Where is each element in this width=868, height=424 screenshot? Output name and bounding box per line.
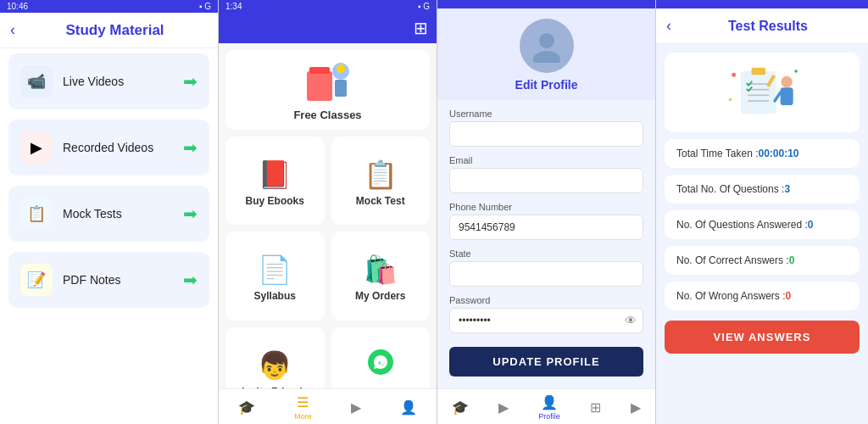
username-input[interactable] — [449, 121, 643, 147]
menu-item-pdf-notes[interactable]: 📝 PDF Notes ➡ — [8, 252, 209, 308]
back-button-1[interactable]: ‹ — [10, 21, 15, 39]
email-group: Email — [449, 155, 643, 193]
profile-form: Username Email Phone Number State Passwo… — [437, 100, 655, 388]
menu-item-mock-tests[interactable]: 📋 Mock Tests ➡ — [8, 186, 209, 242]
svg-point-4 — [337, 64, 345, 73]
results-illustration — [665, 53, 860, 132]
time-value: 00:00:10 — [759, 148, 799, 159]
invite-icon: 👦 — [258, 349, 292, 382]
view-answers-button[interactable]: VIEW ANSWERS — [665, 321, 860, 354]
grid-item-buy-ebooks[interactable]: 📕 Buy Ebooks — [225, 137, 325, 225]
more-icon: ☰ — [297, 394, 309, 410]
result-answered-card: No. Of Questions Answered : 0 — [665, 210, 860, 239]
bottombar-home[interactable]: 🎓 — [238, 399, 255, 416]
home-icon: 🎓 — [238, 399, 255, 416]
status-bar-1: 10:46 ▪ G — [0, 0, 218, 13]
svg-rect-1 — [309, 67, 330, 74]
svg-rect-3 — [335, 80, 347, 97]
result-correct-card: No. Of Correct Answers : 0 — [665, 246, 860, 275]
syllabus-label: Syllabus — [254, 290, 296, 302]
phone-group: Phone Number — [449, 202, 643, 240]
p3-home[interactable]: 🎓 — [452, 399, 469, 416]
grid-icon[interactable]: ⊞ — [414, 18, 428, 38]
state-input[interactable] — [449, 261, 643, 287]
syllabus-icon: 📄 — [258, 254, 292, 286]
password-group: Password 👁 — [449, 295, 643, 333]
mock-tests-icon: 📋 — [20, 198, 53, 230]
wrong-value: 0 — [786, 290, 792, 302]
svg-point-20 — [729, 98, 732, 101]
grid-item-syllabus[interactable]: 📄 Syllabus — [225, 232, 325, 320]
wrong-label: No. Of Wrong Answers : — [676, 290, 786, 302]
orders-label: My Orders — [355, 290, 405, 302]
state-label: State — [449, 248, 643, 259]
svg-rect-15 — [781, 87, 793, 105]
p3-home-icon: 🎓 — [452, 399, 469, 416]
home-grid-panel: 1:34 ▪ G ⊞ Free Classes 📕 Buy Ebooks 📋 M… — [219, 0, 437, 424]
live-videos-arrow: ➡ — [183, 71, 198, 92]
svg-rect-9 — [752, 68, 766, 75]
test-results-panel: ‹ Test Results — [656, 0, 868, 424]
grid-item-mock-test[interactable]: 📋 Mock Test — [331, 137, 431, 225]
free-classes-banner[interactable]: Free Classes — [225, 50, 430, 130]
password-label: Password — [449, 295, 643, 305]
profile-section: Edit Profile — [437, 8, 655, 100]
svg-point-14 — [782, 76, 793, 87]
menu-item-recorded-videos[interactable]: ▶ Recorded Videos ➡ — [8, 120, 209, 176]
status-icons-2: ▪ G — [418, 2, 430, 11]
header-1: ‹ Study Material — [0, 13, 218, 48]
mock-tests-arrow: ➡ — [183, 204, 198, 224]
correct-label: No. Of Correct Answers : — [676, 254, 789, 266]
ebook-label: Buy Ebooks — [246, 195, 304, 207]
bottombar-profile-2[interactable]: 👤 — [400, 399, 417, 416]
p3-grid[interactable]: ⊞ — [590, 399, 601, 416]
avatar — [520, 19, 574, 73]
mock-tests-label: Mock Tests — [63, 207, 183, 220]
recorded-videos-icon: ▶ — [20, 131, 53, 164]
answered-value: 0 — [808, 219, 814, 231]
free-classes-label: Free Classes — [293, 109, 361, 121]
bottombar-more[interactable]: ☰ More — [294, 394, 312, 421]
svg-rect-0 — [307, 71, 332, 101]
bottombar-videos[interactable]: ▶ — [351, 399, 361, 416]
email-input[interactable] — [449, 168, 643, 193]
time-1: 10:46 — [7, 2, 28, 11]
mock-test-icon: 📋 — [364, 159, 398, 191]
topbar-2: ⊞ — [219, 13, 437, 43]
password-input[interactable] — [449, 308, 643, 333]
bottombar-2: 🎓 ☰ More ▶ 👤 — [219, 388, 437, 424]
topbar-4 — [656, 0, 868, 8]
recorded-videos-label: Recorded Videos — [63, 141, 183, 154]
free-classes-illustration — [303, 59, 353, 105]
more-label: More — [294, 412, 312, 421]
phone-input[interactable] — [449, 215, 643, 240]
p3-play-icon: ▶ — [631, 399, 641, 416]
recorded-videos-arrow: ➡ — [183, 137, 198, 158]
p3-profile[interactable]: 👤 Profile — [538, 394, 560, 421]
back-button-4[interactable]: ‹ — [666, 17, 671, 35]
orders-icon: 🛍️ — [364, 254, 398, 286]
total-q-value: 3 — [784, 183, 790, 195]
videos-icon: ▶ — [351, 399, 361, 416]
username-label: Username — [449, 109, 643, 119]
update-profile-button[interactable]: UPDATE PROFILE — [449, 347, 643, 377]
ebook-icon: 📕 — [258, 159, 292, 191]
p3-play[interactable]: ▶ — [631, 399, 641, 416]
state-group: State — [449, 248, 643, 287]
p3-videos-icon: ▶ — [498, 399, 509, 416]
menu-item-live-videos[interactable]: 📹 Live Videos ➡ — [8, 53, 209, 109]
test-results-body: Total Time Taken : 00:00:10 Total No. Of… — [656, 44, 868, 424]
show-password-icon[interactable]: 👁 — [625, 314, 637, 327]
study-material-panel: 10:46 ▪ G ‹ Study Material 📹 Live Videos… — [0, 0, 219, 424]
edit-profile-panel: Edit Profile Username Email Phone Number… — [437, 0, 656, 424]
grid-item-my-orders[interactable]: 🛍️ My Orders — [331, 232, 431, 320]
profile-icon-2: 👤 — [400, 399, 417, 416]
p3-grid-icon: ⊞ — [590, 399, 601, 416]
pdf-notes-arrow: ➡ — [183, 270, 198, 290]
svg-point-18 — [732, 73, 736, 77]
email-label: Email — [449, 155, 643, 165]
correct-value: 0 — [789, 254, 795, 266]
whatsapp-icon — [367, 349, 394, 382]
p3-videos[interactable]: ▶ — [498, 399, 509, 416]
header-4: ‹ Test Results — [656, 8, 868, 44]
